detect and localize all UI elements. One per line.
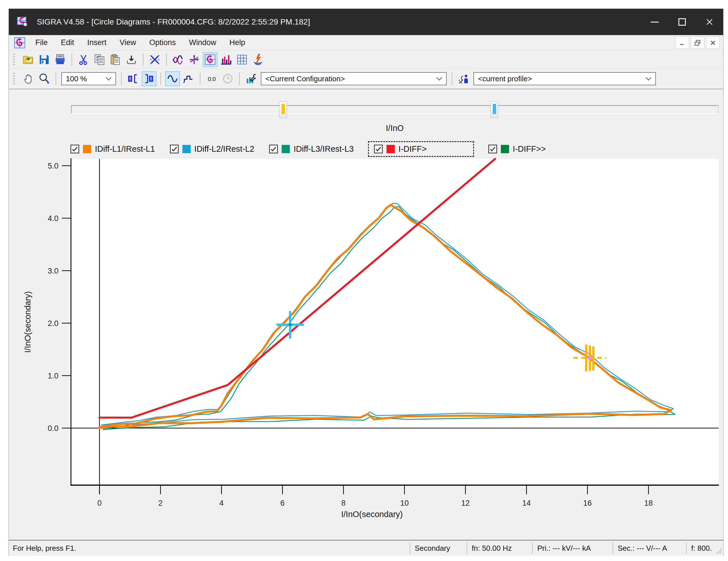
menu-insert[interactable]: Insert [81,35,113,50]
status-pane-1: Secondary [410,542,467,554]
minimize-button[interactable] [641,9,668,35]
save-icon [38,54,50,66]
toolbar-grip[interactable] [13,54,15,66]
status-pane-3: Pri.: --- kV/--- kA [532,542,613,554]
minimize-icon [651,22,659,23]
toolbar-standard [9,50,723,69]
toolbar-view: 100 %0:0<Current Configuration><current … [9,69,723,89]
y-tick-label: 3.0 [48,267,58,275]
cursorL-icon [127,73,139,85]
zoomglass-icon [38,73,50,85]
import-signals-button[interactable] [124,52,139,67]
maximize-button[interactable] [668,9,696,35]
svg-text:0:0: 0:0 [208,76,216,82]
x-axis-title: I/InO(secondary) [341,510,403,519]
step-curve-button[interactable] [181,71,196,86]
x-tick-label: 6 [280,499,284,507]
menu-window[interactable]: Window [182,35,223,50]
menubar: FileEditInsertViewOptionsWindowHelp [9,35,723,50]
mdi-restore-icon [694,39,701,46]
resample-icon [149,54,161,66]
toolbar-separator [239,72,240,85]
x-tick-label: 16 [583,499,592,507]
sine-icon [166,73,178,85]
app-logo-icon [16,15,29,29]
app-window: SIGRA V4.58 - [Circle Diagrams - FR00000… [9,9,723,556]
clock-icon [222,73,234,85]
y-tick-label: 5.0 [48,162,58,170]
chevron-down-icon [436,77,443,81]
toolbar-separator [160,72,161,85]
resample-button[interactable] [147,52,162,67]
circle-diagram-plot[interactable]: 0246810121416180.01.02.03.04.05.0I/InO(s… [9,89,723,540]
toolbar-separator [166,53,167,66]
fault-location-button[interactable] [251,52,265,67]
save-button[interactable] [37,52,52,67]
cut-button[interactable] [76,52,91,67]
cfgprof-icon [458,73,470,85]
harmonics-view-button[interactable] [219,52,233,67]
x-tick-label: 4 [219,499,223,507]
cursor-right-button[interactable] [142,71,156,86]
resize-grip-icon[interactable] [716,540,723,556]
x-tick-label: 14 [522,499,531,507]
copy-icon [93,54,105,66]
zerozero-icon: 0:0 [206,73,218,85]
configuration-select[interactable]: <Current Configuration> [261,72,447,85]
menu-file[interactable]: File [29,35,54,50]
circle-icon [204,54,216,66]
pan-icon [22,73,34,85]
window-title: SIGRA V4.58 - [Circle Diagrams - FR00000… [37,17,310,27]
x-tick-label: 18 [644,499,653,507]
time-zero-button[interactable]: 0:0 [204,71,219,86]
circle-diagram-view-button[interactable] [203,52,217,67]
menu-view[interactable]: View [113,35,143,50]
import-icon [125,54,137,66]
toolbar-separator [121,72,122,85]
chevron-down-icon [105,77,112,81]
status-help-text: For Help, press F1. [9,544,410,553]
interpolated-curve-button[interactable] [165,71,180,86]
toolbar-separator [200,72,200,85]
document-icon[interactable] [13,36,26,49]
pan-button[interactable] [21,71,36,86]
zoom-level-select[interactable]: 100 % [61,72,116,85]
zoom-level-select-value: 100 % [66,74,87,83]
vector-diagram-view-button[interactable] [187,52,202,67]
titlebar[interactable]: SIGRA V4.58 - [Circle Diagrams - FR00000… [9,9,723,35]
chart-panel: I/InO IDiff-L1/IRest-L1IDiff-L2/IRest-L2… [9,89,723,540]
chevron-down-icon [645,77,652,81]
menu-items: FileEditInsertViewOptionsWindowHelp [29,35,252,50]
time-signals-view-button[interactable] [171,52,186,67]
y-tick-label: 4.0 [48,214,58,223]
status-pane-2: fn: 50.00 Hz [467,542,532,554]
paste-icon [109,54,121,66]
window-controls [641,9,723,35]
table-icon [236,54,248,66]
statusbar: For Help, press F1. Secondaryfn: 50.00 H… [9,540,723,556]
cursor-left-button[interactable] [126,71,141,86]
x-tick-label: 12 [461,499,470,507]
clock-button [220,71,235,86]
toolbar-grip[interactable] [13,73,15,85]
menu-options[interactable]: Options [143,35,182,50]
paste-button[interactable] [108,52,123,67]
mdi-minimize-button[interactable] [675,37,689,49]
menu-edit[interactable]: Edit [54,35,81,50]
mdi-close-button[interactable] [706,37,720,49]
close-button[interactable] [696,9,723,35]
open-button[interactable] [21,52,36,67]
configure-signals-button[interactable] [244,71,259,86]
print-button[interactable] [53,52,68,67]
profile-select[interactable]: <current profile> [473,72,656,85]
mdi-restore-button[interactable] [691,37,704,49]
print-icon [54,54,66,66]
configure-profile-button[interactable] [456,71,471,86]
cut-icon [78,54,90,66]
copy-button[interactable] [92,52,107,67]
y-axis-title: I/InO(secondary) [23,291,32,353]
menu-help[interactable]: Help [223,35,252,50]
table-view-button[interactable] [235,52,249,67]
zoom-button[interactable] [37,71,52,86]
configuration-select-value: <Current Configuration> [265,74,345,83]
